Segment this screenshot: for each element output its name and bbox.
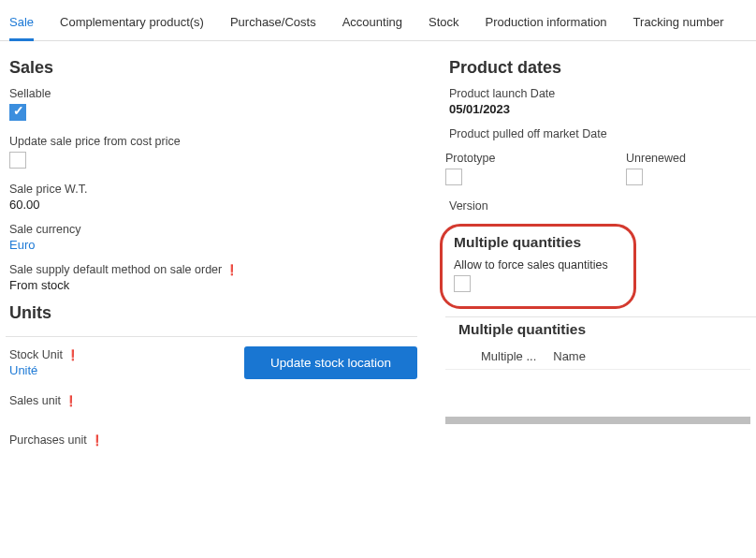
units-section-title: Units: [6, 303, 417, 323]
sellable-checkbox[interactable]: [9, 104, 26, 121]
multiple-quantities-table-title: Multiple quantities: [458, 321, 750, 338]
supply-method-value: From stock: [9, 278, 417, 292]
tab-stock[interactable]: Stock: [429, 11, 459, 40]
prototype-checkbox[interactable]: [445, 169, 462, 185]
force-sales-quantities-checkbox[interactable]: [454, 275, 471, 292]
sales-section-title: Sales: [6, 58, 417, 78]
info-icon[interactable]: ❗: [65, 395, 78, 407]
launch-date-value: 05/01/2023: [449, 102, 750, 116]
tab-purchase[interactable]: Purchase/Costs: [230, 11, 316, 40]
col-multiple[interactable]: Multiple ...: [481, 349, 536, 363]
launch-date-label: Product launch Date: [449, 87, 750, 100]
version-label: Version: [449, 199, 750, 213]
product-dates-title: Product dates: [445, 58, 750, 78]
supply-method-label: Sale supply default method on sale order…: [9, 263, 417, 276]
sale-currency-value[interactable]: Euro: [9, 238, 417, 252]
sellable-label: Sellable: [9, 87, 417, 100]
update-stock-location-button[interactable]: Update stock location: [244, 346, 417, 379]
tab-tracking[interactable]: Tracking number: [633, 11, 724, 40]
table-header: Multiple ... Name: [445, 344, 750, 370]
tab-bar: Sale Complementary product(s) Purchase/C…: [0, 0, 756, 41]
info-icon[interactable]: ❗: [225, 264, 239, 276]
stock-unit-label: Stock Unit ❗: [9, 348, 80, 361]
tab-production[interactable]: Production information: [486, 11, 607, 40]
pulled-date-label: Product pulled off market Date: [449, 127, 750, 140]
purchases-unit-label: Purchases unit ❗: [9, 433, 417, 447]
horizontal-scrollbar[interactable]: [445, 417, 750, 424]
tab-complementary[interactable]: Complementary product(s): [60, 11, 204, 40]
info-icon[interactable]: ❗: [91, 434, 104, 447]
stock-unit-value[interactable]: Unité: [9, 363, 80, 377]
sale-price-value: 60.00: [9, 198, 417, 212]
info-icon[interactable]: ❗: [66, 349, 80, 361]
update-cost-checkbox[interactable]: [9, 152, 26, 169]
tab-accounting[interactable]: Accounting: [342, 11, 402, 40]
sale-price-label: Sale price W.T.: [9, 183, 417, 196]
multiple-quantities-callout: Multiple quantities Allow to force sales…: [440, 224, 636, 309]
callout-text: Allow to force sales quantities: [454, 258, 622, 272]
update-cost-label: Update sale price from cost price: [9, 135, 417, 148]
tab-sale[interactable]: Sale: [9, 11, 34, 41]
unrenewed-label: Unrenewed: [626, 152, 750, 165]
unrenewed-checkbox[interactable]: [626, 169, 643, 185]
callout-title: Multiple quantities: [454, 234, 622, 251]
sale-currency-label: Sale currency: [9, 223, 417, 236]
prototype-label: Prototype: [445, 152, 570, 165]
sales-unit-label: Sales unit ❗: [9, 394, 417, 407]
col-name[interactable]: Name: [553, 349, 586, 363]
